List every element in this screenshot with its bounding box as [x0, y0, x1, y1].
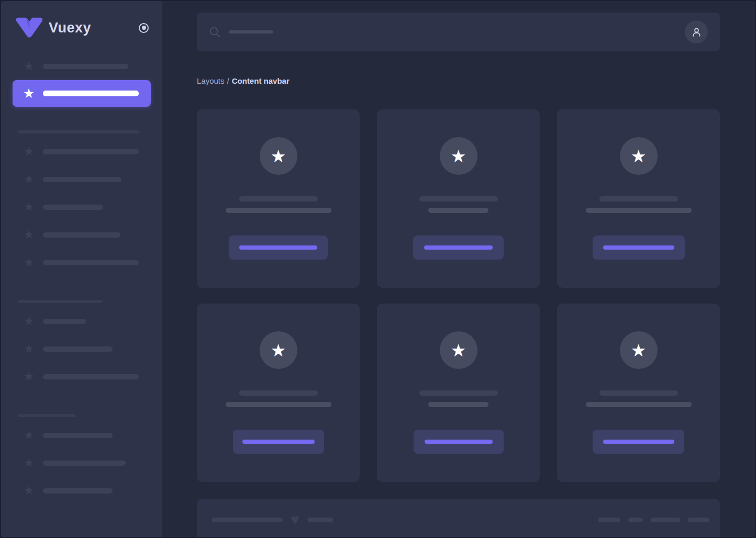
sidebar-item[interactable]: ★ — [1, 193, 162, 221]
skeleton-bar — [43, 149, 139, 154]
star-icon: ★ — [22, 371, 36, 383]
sidebar-item[interactable]: ★ — [1, 449, 162, 477]
sidebar-item[interactable]: ★ — [1, 335, 162, 363]
card-button[interactable] — [233, 430, 324, 454]
skeleton-bar — [628, 518, 643, 522]
sidebar-section: ★★★★★ — [1, 130, 162, 276]
skeleton-bar — [586, 208, 692, 213]
skeleton-bar — [307, 518, 333, 522]
brand-name: Vuexy — [49, 20, 139, 36]
user-avatar-button[interactable] — [685, 20, 708, 43]
star-icon: ★ — [631, 342, 647, 359]
skeleton-bar — [43, 461, 126, 466]
skeleton-bar — [43, 374, 139, 379]
card-button[interactable] — [229, 236, 328, 260]
sidebar: Vuexy ★★★★★★★★★★★★★ — [1, 1, 162, 537]
skeleton-bar — [651, 518, 680, 522]
button-label-bar — [242, 440, 315, 444]
footer-right-bars — [598, 518, 709, 522]
star-icon: ★ — [271, 148, 286, 165]
heart-icon: ♥ — [291, 512, 299, 527]
button-label-bar — [424, 245, 493, 250]
skeleton-bar — [43, 319, 86, 324]
sidebar-item[interactable]: ★ — [1, 363, 162, 390]
button-label-bar — [603, 245, 674, 250]
skeleton-bar — [239, 390, 318, 396]
sidebar-section: ★★★ — [1, 414, 162, 505]
skeleton-bar — [419, 196, 498, 201]
star-icon: ★ — [22, 229, 36, 241]
sidebar-item[interactable]: ★ — [1, 421, 162, 449]
sidebar-item[interactable]: ★ — [1, 138, 162, 165]
skeleton-bar — [43, 232, 120, 238]
card-button[interactable] — [593, 236, 685, 260]
skeleton-bar — [226, 402, 331, 407]
brand-row: Vuexy — [1, 1, 162, 39]
card-avatar: ★ — [440, 331, 477, 369]
skeleton-bar — [43, 346, 113, 352]
card: ★ — [377, 304, 540, 482]
star-icon: ★ — [22, 87, 36, 100]
sidebar-item[interactable]: ★ — [1, 165, 162, 193]
star-icon: ★ — [22, 429, 36, 441]
section-header-bar — [18, 414, 75, 417]
sidebar-item-active[interactable]: ★ — [13, 80, 151, 107]
card-button[interactable] — [414, 430, 504, 454]
sidebar-section: ★★★ — [1, 300, 162, 390]
skeleton-bar — [212, 518, 283, 522]
vuexy-logo-icon — [16, 17, 43, 39]
sidebar-item[interactable]: ★ — [1, 249, 162, 276]
star-icon: ★ — [22, 256, 36, 268]
skeleton-bar — [599, 196, 678, 201]
sidebar-menu: ★★★★★★★★★★★★★ — [1, 52, 162, 505]
card: ★ — [197, 109, 360, 288]
card-button[interactable] — [413, 236, 504, 260]
sidebar-item[interactable]: ★ — [1, 307, 162, 335]
skeleton-bar — [43, 488, 113, 494]
card-avatar: ★ — [260, 331, 297, 369]
card-button[interactable] — [593, 430, 684, 454]
star-icon: ★ — [22, 173, 36, 185]
search-icon[interactable] — [209, 26, 221, 38]
skeleton-bar — [428, 208, 488, 213]
card: ★ — [377, 109, 540, 288]
star-icon: ★ — [22, 60, 36, 72]
search-input[interactable] — [229, 30, 273, 33]
breadcrumb: Layouts/Content navbar — [197, 75, 720, 86]
button-label-bar — [603, 440, 674, 444]
skeleton-bar — [226, 208, 331, 213]
card: ★ — [557, 109, 720, 288]
star-icon: ★ — [22, 485, 36, 497]
skeleton-bar — [43, 64, 128, 69]
star-icon: ★ — [22, 457, 36, 469]
main-content: Layouts/Content navbar ★★★★★★ ♥ — [162, 1, 755, 537]
card-avatar: ★ — [440, 137, 477, 175]
skeleton-bar — [43, 433, 113, 438]
card-avatar: ★ — [620, 137, 658, 175]
sidebar-item[interactable]: ★ — [1, 477, 162, 505]
skeleton-bar — [419, 390, 498, 396]
skeleton-bar — [43, 205, 103, 210]
star-icon: ★ — [22, 343, 36, 355]
sidebar-item[interactable]: ★ — [1, 221, 162, 249]
star-icon: ★ — [22, 315, 36, 327]
star-icon: ★ — [22, 201, 36, 213]
menu-pin-toggle-icon[interactable] — [139, 23, 149, 33]
button-label-bar — [239, 245, 317, 250]
star-icon: ★ — [451, 342, 466, 359]
section-header-bar — [18, 300, 103, 303]
section-header-bar — [18, 130, 140, 133]
card-avatar: ★ — [260, 137, 297, 175]
breadcrumb-section-link[interactable]: Layouts — [197, 76, 225, 85]
card-avatar: ★ — [620, 331, 658, 369]
skeleton-bar — [428, 402, 488, 407]
skeleton-bar — [599, 390, 678, 396]
card: ★ — [197, 304, 360, 482]
star-icon: ★ — [451, 148, 466, 165]
breadcrumb-current-page: Content navbar — [232, 76, 290, 85]
person-icon — [691, 26, 703, 38]
skeleton-bar — [43, 177, 121, 182]
sidebar-item[interactable]: ★ — [1, 52, 162, 80]
star-icon: ★ — [22, 145, 36, 158]
skeleton-bar — [239, 196, 318, 201]
